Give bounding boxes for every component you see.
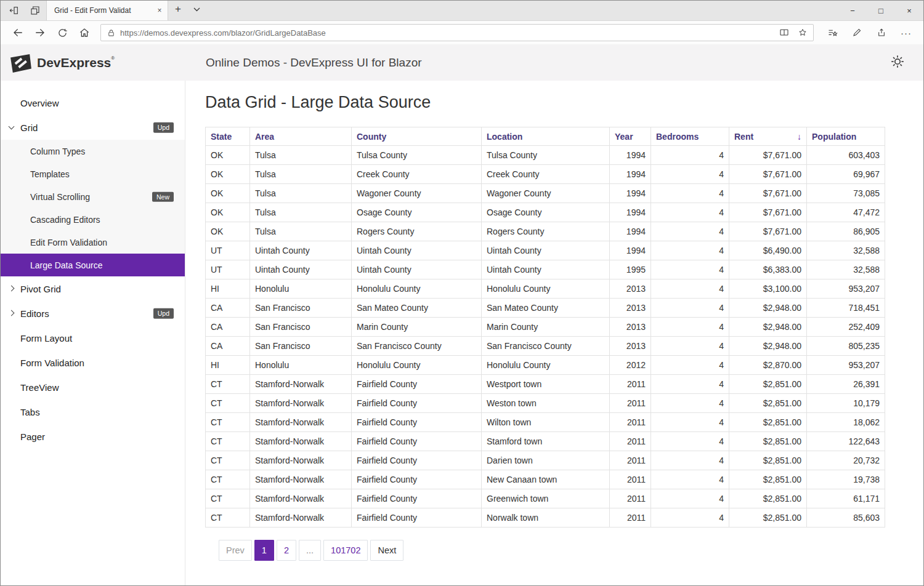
home-icon[interactable] <box>73 23 95 42</box>
table-row[interactable]: CASan FranciscoSan Francisco CountySan F… <box>206 337 885 356</box>
sidebar-item-edit-form-validation[interactable]: Edit Form Validation <box>1 231 185 254</box>
table-row[interactable]: CTStamford-NorwalkFairfield CountyWilton… <box>206 413 885 432</box>
refresh-icon[interactable] <box>51 23 73 42</box>
pager-prev-button[interactable]: Prev <box>219 540 252 561</box>
data-grid: StateAreaCountyLocationYearBedroomsRent↓… <box>205 127 885 528</box>
cell-population: 953,207 <box>807 279 885 299</box>
sidebar-item-grid[interactable]: GridUpd <box>1 115 185 140</box>
table-row[interactable]: HIHonoluluHonolulu CountyHonolulu County… <box>206 356 885 375</box>
more-options-icon[interactable]: ··· <box>894 23 918 42</box>
column-header-population[interactable]: Population <box>807 127 885 146</box>
tab-bar: Grid - Edit Form Validat × + − □ × <box>1 1 923 20</box>
cell-state: OK <box>206 203 250 222</box>
sidebar-item-label: Cascading Editors <box>30 215 100 225</box>
pager-page-2[interactable]: 2 <box>277 540 296 561</box>
sidebar-item-label: Tabs <box>20 407 40 417</box>
cell-location: Osage County <box>482 203 610 222</box>
table-row[interactable]: CASan FranciscoMarin CountyMarin County2… <box>206 318 885 337</box>
column-header-label: Population <box>812 132 856 142</box>
tabs-preview-icon[interactable] <box>26 2 44 19</box>
table-row[interactable]: CTStamford-NorwalkFairfield CountyNew Ca… <box>206 470 885 489</box>
pager-next-button[interactable]: Next <box>370 540 403 561</box>
table-row[interactable]: CTStamford-NorwalkFairfield CountyNorwal… <box>206 508 885 528</box>
sidebar-item-large-data-source[interactable]: Large Data Source <box>1 254 185 276</box>
table-row[interactable]: OKTulsaOsage CountyOsage County19944$7,6… <box>206 203 885 222</box>
column-header-county[interactable]: County <box>352 127 482 146</box>
table-row[interactable]: CASan FranciscoSan Mateo CountySan Mateo… <box>206 299 885 318</box>
sidebar-item-overview[interactable]: Overview <box>1 90 185 115</box>
table-row[interactable]: UTUintah CountyUintah CountyUintah Count… <box>206 260 885 279</box>
pager-page-1[interactable]: 1 <box>254 540 274 561</box>
cell-population: 252,409 <box>807 318 885 337</box>
cell-rent: $2,851.00 <box>729 375 807 394</box>
table-row[interactable]: OKTulsaWagoner CountyWagoner County19944… <box>206 184 885 203</box>
set-tabs-aside-icon[interactable] <box>6 2 23 19</box>
maximize-button[interactable]: □ <box>867 1 895 20</box>
cell-rent: $7,671.00 <box>729 203 807 222</box>
table-row[interactable]: UTUintah CountyUintah CountyUintah Count… <box>206 241 885 260</box>
favorites-hub-icon[interactable] <box>820 23 845 42</box>
sidebar-item-column-types[interactable]: Column Types <box>1 140 185 163</box>
tab-list-chevron-icon[interactable] <box>188 1 205 18</box>
tab-title: Grid - Edit Form Validat <box>54 6 152 15</box>
new-tab-button[interactable]: + <box>168 1 188 18</box>
table-row[interactable]: CTStamford-NorwalkFairfield CountyWeston… <box>206 394 885 413</box>
forward-button[interactable] <box>29 23 51 42</box>
chevron-down-icon <box>9 124 15 130</box>
table-row[interactable]: OKTulsaCreek CountyCreek County19944$7,6… <box>206 165 885 184</box>
cell-area: Tulsa <box>250 184 352 203</box>
column-header-location[interactable]: Location <box>482 127 610 146</box>
cell-bedrooms: 4 <box>651 184 729 203</box>
table-row[interactable]: OKTulsaRogers CountyRogers County19944$7… <box>206 222 885 241</box>
site-header: DevExpress® Online Demos - DevExpress UI… <box>1 44 923 81</box>
sidebar-item-virtual-scrolling[interactable]: Virtual ScrollingNew <box>1 185 185 208</box>
cell-rent: $6,490.00 <box>729 241 807 260</box>
sidebar-item-form-validation[interactable]: Form Validation <box>1 350 185 375</box>
tab-close-icon[interactable]: × <box>152 6 168 15</box>
devexpress-logo[interactable]: DevExpress® <box>9 52 115 73</box>
cell-state: CT <box>206 375 250 394</box>
close-button[interactable]: × <box>895 1 923 20</box>
browser-tab[interactable]: Grid - Edit Form Validat × <box>46 1 168 20</box>
share-icon[interactable] <box>869 23 894 42</box>
column-header-area[interactable]: Area <box>250 127 352 146</box>
sidebar-item-label: TreeView <box>20 382 59 393</box>
cell-rent: $7,671.00 <box>729 165 807 184</box>
cell-area: Tulsa <box>250 222 352 241</box>
page-content: OverviewGridUpdColumn TypesTemplatesVirt… <box>1 81 923 585</box>
cell-year: 2012 <box>610 356 651 375</box>
url-text[interactable]: https://demos.devexpress.com/blazor/Grid… <box>120 28 775 38</box>
cell-bedrooms: 4 <box>651 318 729 337</box>
grid-header-row: StateAreaCountyLocationYearBedroomsRent↓… <box>206 127 885 146</box>
column-header-state[interactable]: State <box>206 127 250 146</box>
sidebar-item-cascading-editors[interactable]: Cascading Editors <box>1 208 185 231</box>
table-row[interactable]: CTStamford-NorwalkFairfield CountyStamfo… <box>206 432 885 451</box>
table-row[interactable]: OKTulsaTulsa CountyTulsa County19944$7,6… <box>206 146 885 165</box>
sidebar-item-pivot-grid[interactable]: Pivot Grid <box>1 276 185 301</box>
sidebar-item-tabs[interactable]: Tabs <box>1 399 185 424</box>
address-bar[interactable]: https://demos.devexpress.com/blazor/Grid… <box>100 24 814 41</box>
pager-page-101702[interactable]: 101702 <box>323 540 368 561</box>
reading-view-icon[interactable] <box>775 23 793 42</box>
table-row[interactable]: CTStamford-NorwalkFairfield CountyGreenw… <box>206 489 885 508</box>
column-header-year[interactable]: Year <box>610 127 651 146</box>
table-row[interactable]: CTStamford-NorwalkFairfield CountyWestpo… <box>206 375 885 394</box>
favorite-star-icon[interactable] <box>793 23 812 42</box>
sidebar-item-pager[interactable]: Pager <box>1 424 185 449</box>
cell-bedrooms: 4 <box>651 432 729 451</box>
cell-population: 86,905 <box>807 222 885 241</box>
minimize-button[interactable]: − <box>838 1 867 20</box>
sidebar-item-treeview[interactable]: TreeView <box>1 375 185 399</box>
settings-gear-icon[interactable] <box>890 54 905 71</box>
sidebar-item-editors[interactable]: EditorsUpd <box>1 301 185 326</box>
table-row[interactable]: HIHonoluluHonolulu CountyHonolulu County… <box>206 279 885 299</box>
column-header-bedrooms[interactable]: Bedrooms <box>651 127 729 146</box>
web-note-pen-icon[interactable] <box>845 23 869 42</box>
sidebar-item-templates[interactable]: Templates <box>1 163 185 185</box>
back-button[interactable] <box>7 23 29 42</box>
cell-location: New Canaan town <box>482 470 610 489</box>
table-row[interactable]: CTStamford-NorwalkFairfield CountyDarien… <box>206 451 885 470</box>
chevron-right-icon <box>9 310 15 316</box>
column-header-rent[interactable]: Rent↓ <box>729 127 807 146</box>
sidebar-item-form-layout[interactable]: Form Layout <box>1 326 185 350</box>
